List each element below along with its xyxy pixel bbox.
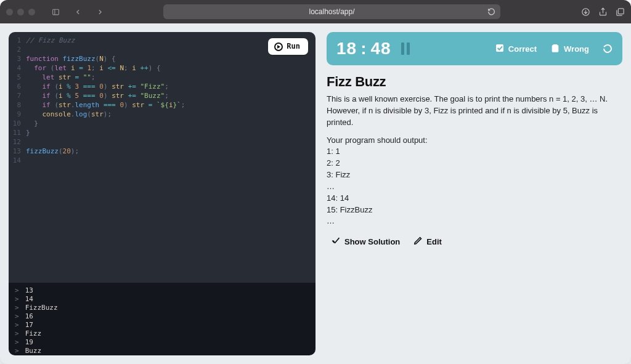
edit-button[interactable]: Edit — [413, 236, 442, 247]
code-line: 4 for (let i = 1; i <= N; i ++) { — [9, 63, 316, 73]
line-number: 6 — [9, 82, 26, 91]
line-number: 3 — [9, 54, 26, 63]
code-content: } — [26, 128, 30, 137]
code-line: 12 — [9, 137, 316, 147]
output-line: … — [327, 181, 622, 193]
svg-rect-5 — [618, 8, 624, 14]
page-content: Run 1// Fizz Buzz23function fizzBuzz(N) … — [0, 23, 631, 364]
timer-minutes: 18 — [336, 39, 357, 59]
code-content: console.log(str); — [26, 110, 112, 119]
correct-label: Correct — [508, 44, 537, 54]
problem-text: This is a well known exercise. The goal … — [327, 94, 622, 129]
code-content: if (str.length === 0) str = `${i}`; — [26, 100, 185, 110]
close-window-button[interactable] — [6, 9, 13, 15]
output-line: 3: Fizz — [327, 169, 622, 181]
code-line: 3function fizzBuzz(N) { — [9, 54, 316, 63]
code-line: 9 console.log(str); — [9, 110, 316, 119]
output-intro: Your program should output: — [327, 135, 622, 147]
output-line: 2: 2 — [327, 158, 622, 169]
tabs-icon[interactable] — [615, 7, 625, 17]
line-number: 13 — [9, 147, 26, 156]
output-line: 14: 14 — [327, 193, 622, 204]
code-line: 6 if (i % 3 === 0) str += "Fizz"; — [9, 82, 316, 91]
window-controls — [6, 9, 35, 15]
line-number: 10 — [9, 119, 26, 128]
output-line: 1: 1 — [327, 146, 622, 158]
checkmark-icon — [332, 236, 341, 247]
url-text: localhost/app/ — [309, 7, 354, 16]
console-line: 13 — [15, 286, 309, 295]
check-icon — [495, 43, 505, 55]
output-line: … — [327, 216, 622, 227]
code-content: } — [26, 119, 38, 128]
minimize-window-button[interactable] — [17, 9, 24, 15]
pause-button[interactable] — [401, 42, 410, 55]
code-line: 5 let str = ""; — [9, 73, 316, 82]
play-icon — [274, 42, 283, 51]
info-panel: 18 : 48 Correct — [327, 32, 622, 355]
timer-display: 18 : 48 — [336, 39, 391, 59]
line-number: 12 — [9, 137, 26, 147]
console-line: FizzBuzz — [15, 304, 309, 312]
line-number: 14 — [9, 156, 26, 165]
code-editor[interactable]: Run 1// Fizz Buzz23function fizzBuzz(N) … — [9, 32, 316, 283]
clipboard-icon — [550, 43, 560, 55]
code-content: if (i % 5 === 0) str += "Buzz"; — [26, 91, 169, 100]
code-line: 10 } — [9, 119, 316, 128]
output-console[interactable]: 1314FizzBuzz1617Fizz19Buzz — [9, 283, 316, 355]
console-line: 14 — [15, 295, 309, 304]
line-number: 8 — [9, 100, 26, 110]
console-line: 19 — [15, 338, 309, 347]
edit-label: Edit — [426, 237, 442, 246]
code-panel: Run 1// Fizz Buzz23function fizzBuzz(N) … — [9, 32, 316, 355]
svg-rect-0 — [52, 9, 59, 15]
problem-description: Fizz Buzz This is a well known exercise.… — [327, 74, 622, 247]
back-button[interactable] — [70, 5, 86, 18]
correct-button[interactable]: Correct — [495, 43, 537, 55]
code-content: let str = ""; — [26, 73, 96, 82]
browser-chrome: localhost/app/ — [0, 0, 631, 23]
show-solution-label: Show Solution — [344, 237, 400, 246]
line-number: 5 — [9, 73, 26, 82]
console-line: Fizz — [15, 330, 309, 338]
svg-rect-6 — [496, 44, 503, 52]
timer-seconds: 48 — [370, 39, 391, 59]
line-number: 9 — [9, 110, 26, 119]
timer-colon: : — [360, 39, 367, 59]
line-number: 2 — [9, 45, 26, 54]
code-content: // Fizz Buzz — [26, 36, 75, 45]
code-line: 13fizzBuzz(20); — [9, 147, 316, 156]
expected-output: Your program should output: 1: 12: 23: F… — [327, 135, 622, 228]
code-line: 14 — [9, 156, 316, 165]
app-window: localhost/app/ Run — [0, 0, 631, 364]
line-number: 7 — [9, 91, 26, 100]
line-number: 11 — [9, 128, 26, 137]
pencil-icon — [413, 236, 423, 247]
wrong-label: Wrong — [564, 44, 589, 54]
line-number: 1 — [9, 36, 26, 45]
wrong-button[interactable]: Wrong — [550, 43, 589, 55]
code-content: for (let i = 1; i <= N; i ++) { — [26, 63, 161, 73]
line-number: 4 — [9, 63, 26, 73]
code-line: 11} — [9, 128, 316, 137]
console-line: Buzz — [15, 347, 309, 355]
code-content: fizzBuzz(20); — [26, 147, 79, 156]
forward-button[interactable] — [92, 5, 108, 18]
run-button-label: Run — [287, 42, 300, 51]
code-line: 7 if (i % 5 === 0) str += "Buzz"; — [9, 91, 316, 100]
run-button[interactable]: Run — [268, 38, 308, 55]
reload-icon[interactable] — [487, 8, 495, 16]
share-icon[interactable] — [598, 7, 608, 17]
code-line: 8 if (str.length === 0) str = `${i}`; — [9, 100, 316, 110]
timer-bar: 18 : 48 Correct — [327, 32, 622, 65]
maximize-window-button[interactable] — [28, 9, 35, 15]
code-content: function fizzBuzz(N) { — [26, 54, 116, 63]
show-solution-button[interactable]: Show Solution — [332, 236, 400, 247]
downloads-icon[interactable] — [580, 7, 590, 17]
output-line: 15: FizzBuzz — [327, 204, 622, 216]
console-line: 17 — [15, 321, 309, 330]
code-content: if (i % 3 === 0) str += "Fizz"; — [26, 82, 169, 91]
refresh-timer-button[interactable] — [603, 44, 613, 54]
address-bar[interactable]: localhost/app/ — [163, 4, 500, 19]
sidebar-toggle-button[interactable] — [47, 5, 63, 18]
